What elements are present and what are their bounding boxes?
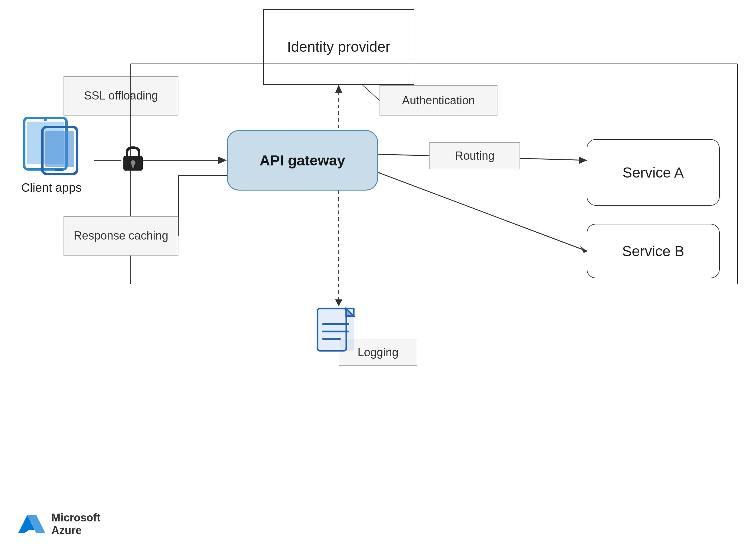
lock-icon-area	[121, 145, 145, 174]
service-a-box: Service A	[587, 139, 720, 206]
svg-marker-3	[335, 299, 342, 306]
log-document-icon	[311, 305, 360, 354]
response-caching-label: Response caching	[74, 228, 169, 243]
lock-icon	[121, 145, 145, 172]
azure-name-line2: Azure	[51, 524, 100, 537]
log-document-icon-area	[311, 305, 360, 354]
service-b-box: Service B	[587, 224, 720, 278]
service-b-label: Service B	[622, 243, 684, 259]
svg-point-21	[44, 118, 47, 121]
azure-logo-icon	[18, 512, 45, 536]
response-caching-label-box: Response caching	[63, 216, 178, 256]
identity-provider-label: Identity provider	[287, 38, 390, 56]
svg-rect-20	[55, 169, 63, 171]
client-device-icon	[18, 115, 85, 175]
routing-label: Routing	[455, 150, 495, 162]
svg-rect-24	[132, 163, 134, 168]
client-apps-label: Client apps	[21, 181, 82, 195]
azure-name-line1: Microsoft	[51, 511, 100, 524]
logging-label: Logging	[357, 346, 398, 359]
azure-logo-area: Microsoft Azure	[18, 511, 100, 537]
diagram-container: Identity provider Authentication SSL off…	[0, 0, 756, 555]
api-gateway-box: API gateway	[227, 130, 378, 190]
api-gateway-label: API gateway	[260, 152, 345, 169]
routing-label-box: Routing	[430, 142, 520, 169]
client-apps-area: Client apps	[9, 115, 94, 195]
azure-text: Microsoft Azure	[51, 511, 100, 537]
service-a-label: Service A	[623, 164, 684, 181]
svg-rect-19	[45, 131, 74, 167]
